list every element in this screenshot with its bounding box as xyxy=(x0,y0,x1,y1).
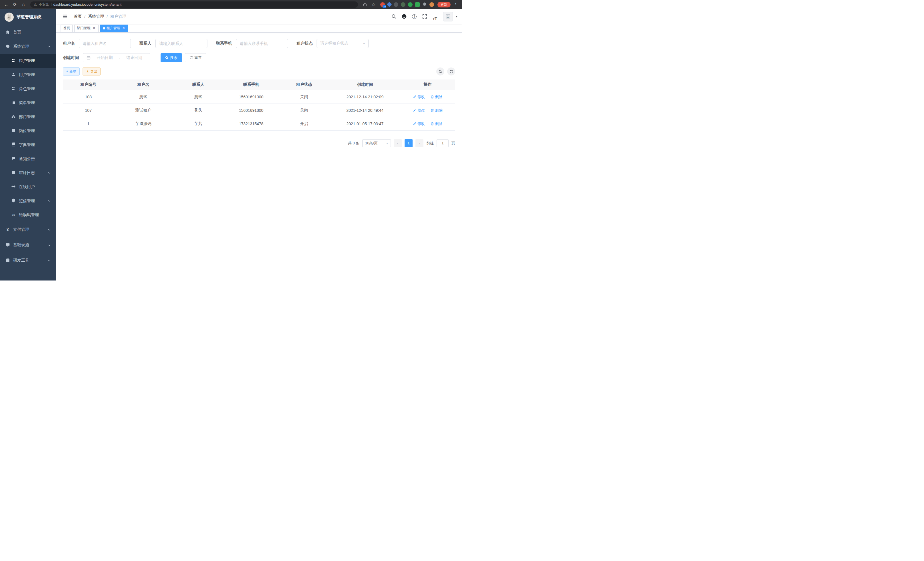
avatar-caret-icon[interactable]: ▾ xyxy=(456,15,458,18)
refresh-table-button[interactable] xyxy=(447,68,455,75)
contact-label: 联系人 xyxy=(140,41,152,46)
sidebar-item-infra[interactable]: 基础设施 xyxy=(0,237,56,253)
fullscreen-icon[interactable] xyxy=(420,12,429,21)
edit-link[interactable]: 修改 xyxy=(413,121,425,126)
cell-phone: 15601691300 xyxy=(224,104,279,117)
search-button[interactable]: 搜索 xyxy=(160,53,182,62)
date-range-picker[interactable]: 开始日期 - 结束日期 xyxy=(83,53,150,62)
chrome-update-button[interactable]: 更新 xyxy=(437,2,451,8)
chevron-down-icon xyxy=(48,228,51,231)
chevron-down-icon xyxy=(48,171,51,174)
extension-icon-2[interactable] xyxy=(387,2,392,7)
search-button-label: 搜索 xyxy=(170,55,177,60)
status-select[interactable]: 请选择租户状态 ▾ xyxy=(316,39,369,48)
sidebar-item-error-code[interactable]: </> 错误码管理 xyxy=(0,208,56,222)
start-date-placeholder: 开始日期 xyxy=(92,55,117,60)
sidebar-item-user-mgmt[interactable]: 用户管理 xyxy=(0,68,56,82)
extension-icon-4[interactable] xyxy=(401,2,405,7)
search-icon xyxy=(439,70,442,74)
puzzle-icon[interactable] xyxy=(422,2,427,7)
reset-button[interactable]: 重置 xyxy=(185,53,206,62)
sidebar-item-dept-mgmt[interactable]: 部门管理 xyxy=(0,110,56,124)
list-icon xyxy=(11,100,15,105)
edit-log-icon xyxy=(11,170,15,175)
breadcrumb-tenant: 租户管理 xyxy=(110,14,126,19)
export-button-label: 导出 xyxy=(90,69,97,74)
url-bar[interactable]: ⚠ 不安全 dashboard.yudao.iocoder.cn/system/… xyxy=(30,2,358,8)
sidebar-item-menu-mgmt[interactable]: 菜单管理 xyxy=(0,96,56,110)
tag-tenant-mgmt[interactable]: 租户管理 × xyxy=(100,25,128,32)
sidebar-item-system[interactable]: 系统管理 xyxy=(0,39,56,54)
sidebar-item-notice[interactable]: 通知公告 xyxy=(0,152,56,166)
help-icon[interactable]: ? xyxy=(410,12,418,21)
sidebar-item-label: 系统管理 xyxy=(13,44,44,49)
sidebar-item-sms-mgmt[interactable]: 短信管理 xyxy=(0,194,56,208)
chevron-down-icon xyxy=(48,244,51,247)
sidebar-item-label: 审计日志 xyxy=(19,170,44,176)
pencil-icon xyxy=(413,122,416,126)
sidebar-item-post-mgmt[interactable]: 岗位管理 xyxy=(0,124,56,138)
export-button[interactable]: 导出 xyxy=(82,68,100,75)
breadcrumb-system[interactable]: 系统管理 xyxy=(88,14,104,19)
goto-label: 前往 xyxy=(426,141,434,146)
table-row: 108 测试 测试 15601691300 关闭 2021-12-14 21:0… xyxy=(63,90,455,104)
security-label[interactable]: 不安全 xyxy=(39,2,49,7)
extension-icon-5[interactable] xyxy=(408,2,412,7)
extension-icon-1[interactable]: 10 xyxy=(380,2,385,7)
tenant-name-input[interactable] xyxy=(82,41,127,46)
tag-home[interactable]: 首页 xyxy=(61,25,73,32)
reload-icon[interactable]: ⟳ xyxy=(11,1,18,8)
sidebar-item-label: 菜单管理 xyxy=(19,100,51,105)
book-icon xyxy=(11,142,15,147)
user-avatar[interactable] xyxy=(443,12,453,21)
delete-link[interactable]: 删除 xyxy=(430,108,442,113)
toggle-search-button[interactable] xyxy=(436,68,444,75)
delete-link[interactable]: 删除 xyxy=(430,94,442,99)
page-number-1[interactable]: 1 xyxy=(405,139,412,147)
tags-view: 首页 部门管理 × 租户管理 × xyxy=(56,24,462,33)
edit-link[interactable]: 修改 xyxy=(413,94,425,99)
sidebar-item-role-mgmt[interactable]: 角色管理 xyxy=(0,82,56,96)
tag-dept-mgmt[interactable]: 部门管理 × xyxy=(74,25,99,32)
edit-link[interactable]: 修改 xyxy=(413,108,425,113)
page-size-select[interactable]: 10条/页 ▾ xyxy=(362,139,391,147)
trash-icon xyxy=(430,95,434,99)
hamburger-icon[interactable] xyxy=(61,12,69,21)
search-icon[interactable] xyxy=(389,12,398,21)
sidebar-item-payment[interactable]: ¥ 支付管理 xyxy=(0,222,56,237)
delete-link[interactable]: 删除 xyxy=(430,121,442,126)
sidebar-item-online-users[interactable]: 在线用户 xyxy=(0,180,56,194)
sidebar-item-audit-log[interactable]: 审计日志 xyxy=(0,166,56,180)
next-page-button[interactable]: › xyxy=(416,139,423,147)
prev-page-button[interactable]: ‹ xyxy=(394,139,402,147)
back-icon[interactable]: ← xyxy=(3,1,10,8)
users-icon xyxy=(11,58,15,63)
cell-name: 芋道源码 xyxy=(114,117,172,130)
add-button[interactable]: + 新增 xyxy=(63,68,80,75)
bookmark-star-icon[interactable]: ☆ xyxy=(370,1,377,8)
contact-input[interactable] xyxy=(159,41,204,46)
close-icon[interactable]: × xyxy=(92,26,96,30)
github-icon[interactable] xyxy=(400,12,408,21)
sidebar-item-dict-mgmt[interactable]: 字典管理 xyxy=(0,138,56,152)
sidebar-item-dev-tools[interactable]: 研发工具 xyxy=(0,253,56,268)
profile-avatar-icon[interactable] xyxy=(429,2,434,7)
sidebar-item-home[interactable]: 首页 xyxy=(0,25,56,39)
sidebar-item-label: 错误码管理 xyxy=(19,212,51,218)
table-row: 107 测试租户 秃头 15601691300 关闭 2021-12-14 20… xyxy=(63,104,455,117)
pagination: 共 3 条 10条/页 ▾ ‹ 1 › 前往 页 xyxy=(63,139,455,147)
goto-page-input[interactable] xyxy=(436,139,448,147)
breadcrumb-home[interactable]: 首页 xyxy=(74,14,82,19)
sidebar-item-label: 通知公告 xyxy=(19,156,51,162)
url-text[interactable]: dashboard.yudao.iocoder.cn/system/tenant xyxy=(53,3,122,7)
home-icon[interactable]: ⌂ xyxy=(20,1,27,8)
font-size-icon[interactable]: TT xyxy=(430,12,439,21)
extension-icon-3[interactable] xyxy=(394,2,398,7)
phone-input[interactable] xyxy=(240,41,284,46)
sidebar-item-tenant-mgmt[interactable]: 租户管理 xyxy=(0,54,56,68)
image-placeholder-icon xyxy=(446,14,450,19)
close-icon[interactable]: × xyxy=(122,26,126,30)
share-icon[interactable] xyxy=(362,1,368,8)
extension-icon-6[interactable] xyxy=(415,2,420,7)
chrome-menu-icon[interactable]: ⋮ xyxy=(452,1,459,8)
